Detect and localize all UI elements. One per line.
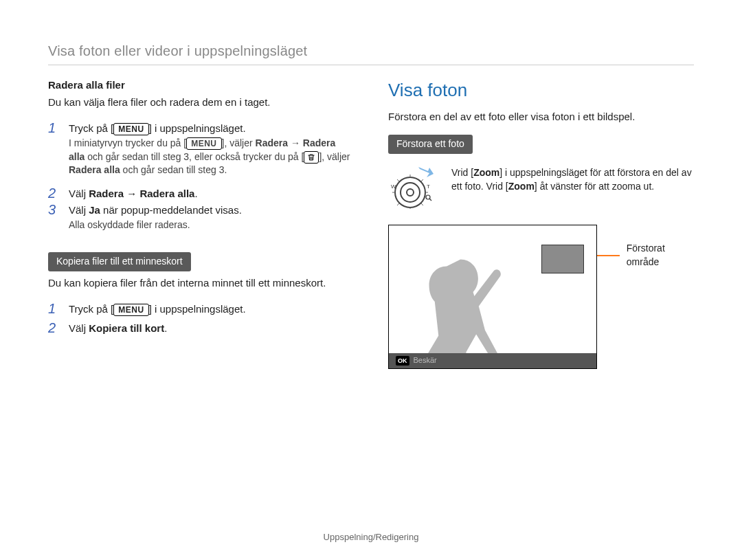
step-number: 2: [48, 186, 62, 201]
text: och går sedan till steg 3.: [120, 164, 227, 175]
text-bold: Radera: [89, 188, 124, 199]
copy-files-desc: Du kan kopiera filer från det interna mi…: [48, 276, 354, 290]
statusbar-label: Beskär: [414, 355, 437, 366]
page-header: Visa foton eller videor i uppspelningslä…: [48, 41, 694, 60]
text: ] i uppspelningsläget.: [149, 303, 246, 315]
left-column: Radera alla filer Du kan välja flera fil…: [48, 78, 354, 369]
header-rule: [48, 65, 694, 65]
screen-statusbar: OK Beskär: [389, 353, 596, 368]
step-body: Välj Ja när popup-meddelandet visas.: [69, 202, 354, 217]
svg-line-6: [397, 203, 399, 205]
zoom-dial-icon: W T: [388, 166, 442, 212]
copy-step-2: 2 Välj Kopiera till kort.: [48, 320, 354, 335]
delete-step-3: 3 Välj Ja när popup-meddelandet visas.: [48, 202, 354, 217]
page-footer: Uppspelning/Redigering: [0, 531, 742, 544]
delete-step1-note: I miniatyrvyn trycker du på [MENU], välj…: [69, 137, 354, 177]
text: .: [164, 322, 167, 334]
text-bold: Kopiera till kort: [89, 322, 164, 334]
text-bold: Zoom: [508, 181, 535, 192]
delete-step-1: 1 Tryck på [MENU] i uppspelningsläget.: [48, 120, 354, 135]
text: Tryck på [: [69, 122, 113, 134]
menu-button-icon: MENU: [186, 137, 221, 150]
step-number: 2: [48, 320, 62, 335]
enlarged-area-thumb: [541, 245, 584, 273]
menu-button-icon: MENU: [113, 123, 148, 135]
svg-line-14: [429, 199, 431, 201]
delete-step-2: 2 Välj Radera → Radera alla.: [48, 186, 354, 201]
text: när popup-meddelandet visas.: [100, 204, 242, 216]
step-body: Välj Kopiera till kort.: [69, 320, 354, 335]
text-bold: Zoom: [473, 167, 499, 178]
svg-line-8: [397, 179, 399, 181]
text: Välj: [69, 188, 89, 199]
text: och går sedan till steg 3, eller också t…: [85, 151, 304, 162]
delete-all-desc: Du kan välja flera filer och radera dem …: [48, 95, 354, 109]
callout-line: [597, 255, 620, 256]
copy-files-pill: Kopiera filer till ett minneskort: [48, 252, 191, 271]
svg-point-10: [407, 189, 414, 196]
text-bold: Radera: [256, 137, 288, 148]
text: I miniatyrvyn trycker du på [: [69, 137, 186, 148]
menu-button-icon: MENU: [113, 304, 148, 316]
text: ], väljer: [319, 151, 350, 162]
step-number: 1: [48, 301, 62, 316]
text: ], väljer: [222, 137, 256, 148]
zoom-text: Vrid [Zoom] i uppspelningsläget för att …: [451, 166, 694, 193]
text: .: [194, 188, 197, 199]
text-bold: Radera alla: [69, 164, 120, 175]
text: Välj: [69, 322, 89, 334]
text: ] åt vänster för att zooma ut.: [535, 181, 654, 192]
step-number: 1: [48, 120, 62, 135]
delete-step3-note: Alla oskyddade filer raderas.: [69, 219, 354, 232]
step-body: Tryck på [MENU] i uppspelningsläget.: [69, 120, 354, 135]
camera-screen-illustration: OK Beskär: [388, 225, 597, 369]
text: Tryck på [: [69, 303, 113, 315]
step-body: Tryck på [MENU] i uppspelningsläget.: [69, 301, 354, 316]
text: Vrid [: [451, 167, 473, 178]
trash-button-icon: [304, 151, 319, 164]
step-number: 3: [48, 202, 62, 217]
svg-line-2: [421, 179, 423, 181]
view-photos-desc: Förstora en del av ett foto eller visa f…: [388, 109, 694, 124]
step-body: Välj Radera → Radera alla.: [69, 186, 354, 201]
text: Välj: [69, 204, 89, 216]
text-bold: Radera alla: [139, 188, 194, 199]
callout-label: Förstorat område: [627, 242, 694, 269]
svg-text:T: T: [427, 183, 430, 190]
arrow-icon: →: [124, 188, 139, 199]
right-column: Visa foton Förstora en del av ett foto e…: [388, 78, 694, 369]
text-bold: Ja: [89, 204, 100, 216]
delete-all-title: Radera alla filer: [48, 78, 354, 92]
svg-text:W: W: [391, 183, 396, 190]
ok-icon: OK: [396, 356, 409, 366]
arrow-icon: →: [288, 137, 303, 148]
copy-step-1: 1 Tryck på [MENU] i uppspelningsläget.: [48, 301, 354, 316]
svg-line-4: [421, 203, 423, 205]
text: ] i uppspelningsläget.: [149, 122, 246, 134]
view-photos-title: Visa foton: [388, 78, 694, 102]
enlarge-photo-pill: Förstora ett foto: [388, 135, 473, 154]
